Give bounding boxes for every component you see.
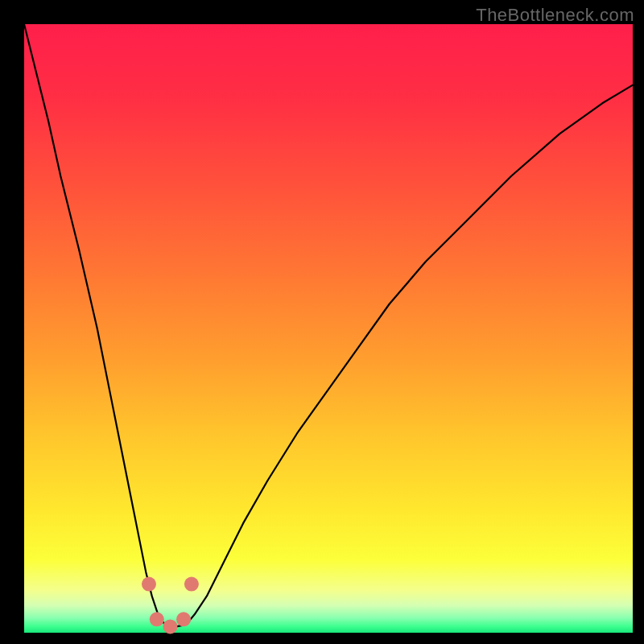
- curve-marker-3: [176, 612, 191, 626]
- curve-marker-1: [150, 612, 164, 626]
- curve-marker-2: [163, 619, 177, 634]
- curve-marker-4: [184, 577, 199, 592]
- chart-frame: TheBottleneck.com: [0, 0, 644, 644]
- plot-background: [24, 24, 633, 633]
- watermark-text: TheBottleneck.com: [476, 5, 634, 26]
- curve-marker-0: [142, 577, 156, 592]
- chart-svg: [0, 0, 644, 644]
